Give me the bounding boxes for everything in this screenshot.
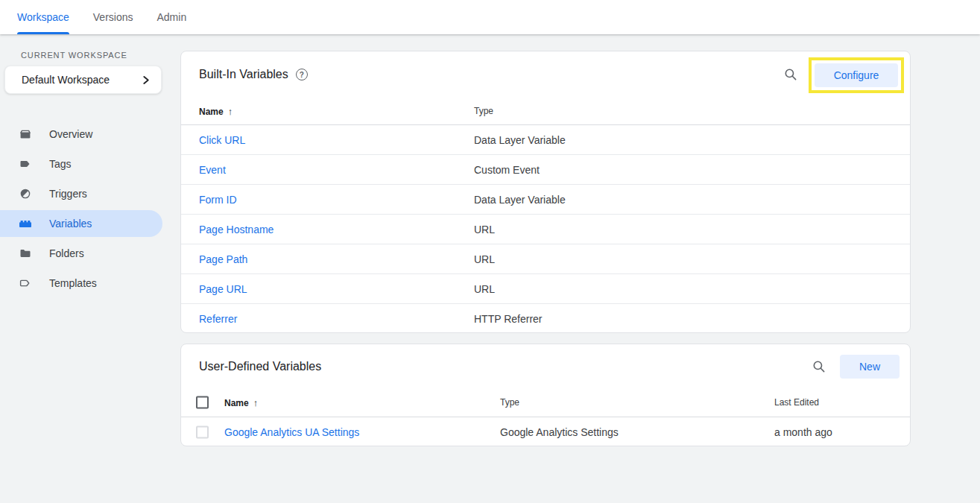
- variable-link[interactable]: Form ID: [199, 194, 237, 206]
- sidebar-item-label: Variables: [49, 218, 92, 230]
- sidebar: CURRENT WORKSPACE Default Workspace Over…: [0, 34, 179, 503]
- column-header-name[interactable]: Name ↑: [199, 106, 233, 117]
- current-workspace-label: CURRENT WORKSPACE: [21, 51, 179, 60]
- sidebar-item-folders[interactable]: Folders: [0, 238, 179, 268]
- tags-icon: [19, 158, 32, 170]
- column-header-type: Type: [500, 397, 519, 408]
- sort-ascending-icon: ↑: [253, 397, 259, 408]
- built-in-variables-title: Built-In Variables: [199, 68, 288, 81]
- select-all-checkbox[interactable]: [196, 396, 209, 409]
- row-checkbox[interactable]: [196, 426, 209, 438]
- sidebar-item-triggers[interactable]: Triggers: [0, 179, 179, 209]
- variable-link[interactable]: Click URL: [199, 134, 245, 146]
- new-button[interactable]: New: [840, 355, 900, 379]
- configure-button[interactable]: Configure: [815, 63, 898, 87]
- folders-icon: [19, 247, 32, 259]
- variable-link[interactable]: Page URL: [199, 283, 247, 295]
- sidebar-item-label: Overview: [49, 128, 92, 140]
- column-header-name[interactable]: Name ↑: [224, 397, 258, 408]
- variable-link[interactable]: Page Hostname: [199, 224, 274, 235]
- tab-versions-label: Versions: [93, 11, 133, 23]
- column-header-name-label: Name: [199, 106, 224, 116]
- variable-link[interactable]: Google Analytics UA Settings: [224, 426, 359, 438]
- built-in-variables-card: Built-In Variables ? Configure Name ↑ Ty…: [180, 51, 911, 333]
- tab-admin-label: Admin: [157, 11, 186, 23]
- variable-type: Google Analytics Settings: [500, 426, 619, 438]
- table-row: Form ID Data Layer Variable: [181, 185, 910, 215]
- triggers-icon: [19, 188, 32, 200]
- help-icon[interactable]: ?: [296, 69, 308, 80]
- variables-icon: [19, 218, 32, 230]
- variable-type: URL: [474, 253, 495, 265]
- table-row: Referrer HTTP Referrer: [181, 304, 910, 333]
- table-row: Page Hostname URL: [181, 215, 910, 244]
- column-header-last-edited: Last Edited: [774, 397, 819, 408]
- tab-workspace[interactable]: Workspace: [5, 0, 81, 34]
- active-tab-underline: [17, 32, 69, 34]
- variable-link[interactable]: Referrer: [199, 313, 237, 325]
- variable-type: Data Layer Variable: [474, 194, 566, 206]
- built-in-table-header: Name ↑ Type: [181, 98, 910, 125]
- variable-link[interactable]: Event: [199, 164, 226, 176]
- sidebar-item-templates[interactable]: Templates: [0, 268, 179, 298]
- top-navigation-bar: Workspace Versions Admin: [0, 0, 980, 34]
- variable-link[interactable]: Page Path: [199, 253, 247, 265]
- sidebar-item-label: Templates: [49, 277, 97, 289]
- table-row: Event Custom Event: [181, 155, 910, 185]
- variable-type: URL: [474, 283, 495, 295]
- tab-admin[interactable]: Admin: [145, 0, 198, 34]
- highlight-annotation: Configure: [809, 57, 904, 93]
- built-in-variables-header: Built-In Variables ? Configure: [181, 51, 910, 98]
- sidebar-item-label: Tags: [49, 158, 72, 170]
- column-header-type: Type: [474, 106, 493, 116]
- sidebar-item-variables[interactable]: Variables: [0, 209, 179, 238]
- table-row: Page Path URL: [181, 244, 910, 274]
- tab-workspace-label: Workspace: [17, 11, 69, 23]
- variable-type: URL: [474, 224, 495, 235]
- templates-icon: [19, 277, 32, 289]
- user-defined-variables-header: User-Defined Variables New: [181, 344, 910, 388]
- top-tabs: Workspace Versions Admin: [0, 0, 980, 34]
- table-row: Page URL URL: [181, 274, 910, 304]
- user-defined-table-header: Name ↑ Type Last Edited: [181, 388, 910, 417]
- user-defined-variables-title: User-Defined Variables: [199, 360, 321, 373]
- sidebar-item-tags[interactable]: Tags: [0, 149, 179, 179]
- table-row: Google Analytics UA Settings Google Anal…: [181, 417, 910, 446]
- sidebar-item-label: Triggers: [49, 188, 87, 200]
- sort-ascending-icon: ↑: [228, 106, 233, 117]
- search-icon[interactable]: [812, 360, 826, 373]
- variable-type: Data Layer Variable: [474, 134, 566, 146]
- variable-type: HTTP Referrer: [474, 313, 543, 325]
- tab-versions[interactable]: Versions: [81, 0, 145, 34]
- overview-icon: [19, 128, 32, 140]
- table-row: Click URL Data Layer Variable: [181, 125, 910, 155]
- user-defined-variables-card: User-Defined Variables New Name ↑ Type L…: [180, 344, 911, 446]
- workspace-name: Default Workspace: [22, 74, 110, 86]
- search-icon[interactable]: [784, 68, 797, 81]
- sidebar-item-label: Folders: [49, 247, 84, 259]
- sidebar-nav: Overview Tags Triggers: [0, 119, 179, 298]
- variable-type: Custom Event: [474, 164, 540, 176]
- workspace-selector[interactable]: Default Workspace: [4, 66, 162, 94]
- chevron-right-icon: [141, 75, 151, 85]
- sidebar-item-overview[interactable]: Overview: [0, 119, 179, 149]
- column-header-name-label: Name: [224, 397, 249, 408]
- variable-last-edited: a month ago: [774, 426, 832, 438]
